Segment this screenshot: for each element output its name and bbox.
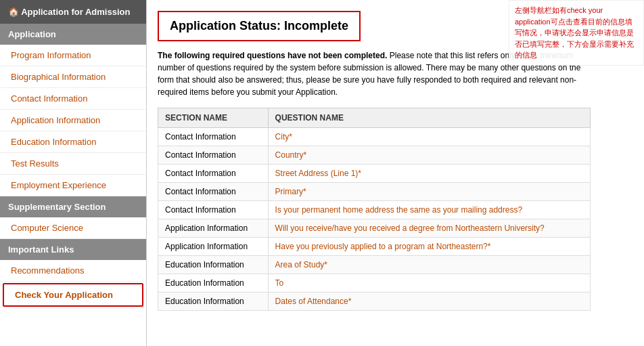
table-cell-question: Dates of Attendance* bbox=[268, 293, 590, 311]
annotation-box: 左侧导航栏如有check your application可点击查看目前的信息填… bbox=[509, 0, 644, 66]
sidebar-item-program-information[interactable]: Program Information bbox=[0, 45, 146, 66]
sidebar-item-education-information[interactable]: Education Information bbox=[0, 131, 146, 153]
table-cell-section: Contact Information bbox=[158, 165, 269, 183]
sidebar-item-check-your-application[interactable]: Check Your Application bbox=[3, 283, 143, 307]
sidebar-item-biographical-information[interactable]: Biographical Information bbox=[0, 66, 146, 88]
main-content: 左侧导航栏如有check your application可点击查看目前的信息填… bbox=[147, 0, 644, 346]
table-row: Contact InformationCountry* bbox=[158, 146, 591, 165]
table-cell-question: Is your permanent home address the same … bbox=[268, 201, 590, 219]
table-cell-section: Education Information bbox=[158, 274, 269, 293]
sidebar-section-important-links: Important Links bbox=[0, 239, 146, 260]
table-row: Contact InformationIs your permanent hom… bbox=[158, 201, 591, 219]
table-cell-section: Application Information bbox=[158, 238, 269, 256]
sidebar-item-recommendations[interactable]: Recommendations bbox=[0, 260, 146, 282]
sidebar-item-employment-experience[interactable]: Employment Experience bbox=[0, 175, 146, 196]
table-cell-question: To bbox=[268, 274, 590, 293]
table-cell-section: Education Information bbox=[158, 293, 269, 311]
table-row: Contact InformationStreet Address (Line … bbox=[158, 165, 591, 183]
table-col-question: QUESTION NAME bbox=[268, 108, 590, 128]
table-row: Education InformationDates of Attendance… bbox=[158, 293, 591, 311]
table-cell-section: Application Information bbox=[158, 219, 269, 238]
sidebar-item-contact-information[interactable]: Contact Information bbox=[0, 88, 146, 110]
table-cell-section: Contact Information bbox=[158, 128, 269, 146]
sidebar-header: 🏠 Application for Admission bbox=[0, 0, 146, 24]
table-cell-section: Contact Information bbox=[158, 146, 269, 165]
sidebar-item-application-information[interactable]: Application Information bbox=[0, 110, 146, 131]
table-row: Application InformationWill you receive/… bbox=[158, 219, 591, 238]
sidebar-section-application: Application bbox=[0, 24, 146, 45]
table-cell-section: Education Information bbox=[158, 256, 269, 274]
table-cell-question: Primary* bbox=[268, 183, 590, 201]
sidebar-item-test-results[interactable]: Test Results bbox=[0, 153, 146, 175]
table-cell-question: Area of Study* bbox=[268, 256, 590, 274]
table-col-section: SECTION NAME bbox=[158, 108, 269, 128]
table-row: Education InformationArea of Study* bbox=[158, 256, 591, 274]
table-cell-question: City* bbox=[268, 128, 590, 146]
sidebar-section-supplementary: Supplementary Section bbox=[0, 196, 146, 217]
sidebar-item-computer-science[interactable]: Computer Science bbox=[0, 217, 146, 239]
incomplete-questions-table: SECTION NAME QUESTION NAME Contact Infor… bbox=[158, 108, 591, 311]
table-cell-section: Contact Information bbox=[158, 183, 269, 201]
table-cell-question: Will you receive/have you received a deg… bbox=[268, 219, 590, 238]
intro-bold: The following required questions have no… bbox=[158, 51, 387, 60]
table-cell-question: Country* bbox=[268, 146, 590, 165]
table-cell-question: Have you previously applied to a program… bbox=[268, 238, 590, 256]
status-title: Application Status: Incomplete bbox=[170, 19, 348, 33]
sidebar: 🏠 Application for Admission Application … bbox=[0, 0, 147, 346]
table-cell-section: Contact Information bbox=[158, 201, 269, 219]
status-box: Application Status: Incomplete bbox=[158, 11, 361, 41]
table-row: Application InformationHave you previous… bbox=[158, 238, 591, 256]
table-row: Contact InformationPrimary* bbox=[158, 183, 591, 201]
table-row: Education InformationTo bbox=[158, 274, 591, 293]
table-cell-question: Street Address (Line 1)* bbox=[268, 165, 590, 183]
table-row: Contact InformationCity* bbox=[158, 128, 591, 146]
